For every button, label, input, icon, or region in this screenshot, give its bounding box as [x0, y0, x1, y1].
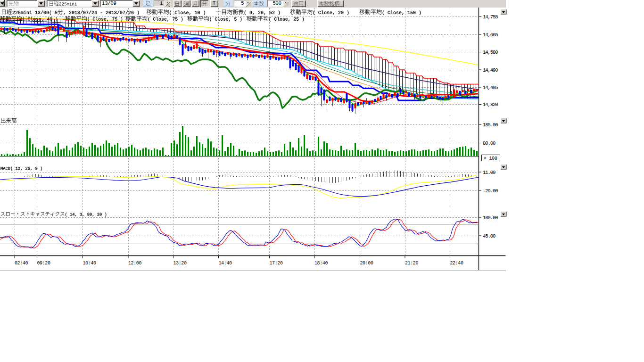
svg-text:100.00: 100.00: [483, 215, 498, 221]
svg-text:12:00: 12:00: [128, 261, 141, 266]
svg-text:14,320: 14,320: [483, 102, 498, 107]
svg-text:09:20: 09:20: [37, 261, 50, 266]
svg-text:18:40: 18:40: [314, 261, 328, 266]
svg-text:45.00: 45.00: [483, 233, 495, 239]
svg-text:-29.00: -29.00: [483, 188, 498, 194]
svg-text:× 100: × 100: [484, 156, 497, 161]
svg-text:14,490: 14,490: [483, 67, 498, 73]
svg-text:185.00: 185.00: [483, 122, 498, 128]
svg-text:21:20: 21:20: [405, 261, 418, 266]
svg-text:14:40: 14:40: [219, 261, 232, 266]
svg-text:14,665: 14,665: [483, 32, 498, 38]
svg-text:22:40: 22:40: [450, 261, 463, 266]
svg-text:10:40: 10:40: [83, 261, 96, 266]
svg-text:14,755: 14,755: [483, 14, 498, 20]
svg-text:11.00: 11.00: [483, 170, 495, 175]
svg-text:13:20: 13:20: [173, 261, 187, 266]
svg-text:14,405: 14,405: [483, 85, 498, 90]
svg-text:17:20: 17:20: [270, 261, 283, 266]
svg-text:14,580: 14,580: [483, 49, 498, 55]
svg-text:80.00: 80.00: [483, 140, 495, 146]
svg-text:02:40: 02:40: [15, 261, 28, 266]
svg-text:20:00: 20:00: [360, 261, 373, 266]
